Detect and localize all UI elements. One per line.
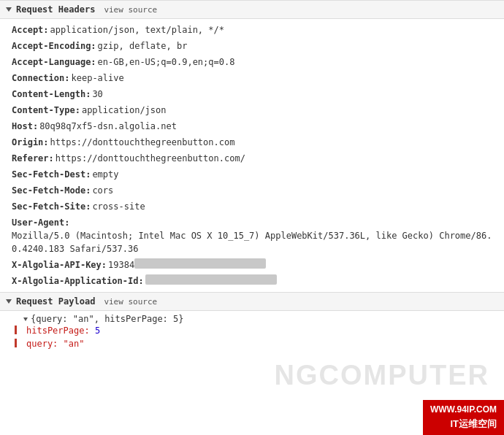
request-payload-header: Request Payload view source — [0, 292, 504, 311]
header-value: 30 — [92, 88, 102, 101]
header-value: https://donttouchthegreenbutton.com — [50, 136, 235, 149]
header-value: https://donttouchthegreenbutton.com/ — [56, 152, 245, 165]
collapse-triangle-icon[interactable] — [6, 7, 12, 12]
header-row: Content-Type:application/json — [12, 102, 492, 118]
header-row: Origin:https://donttouchthegreenbutton.c… — [12, 134, 492, 150]
header-name: User-Agent: — [12, 216, 69, 229]
header-row: Host:80q98q7xf5-dsn.algolia.net — [12, 118, 492, 134]
header-name: Accept: — [12, 23, 49, 36]
request-headers-section: Request Headers view source Accept:appli… — [0, 0, 504, 292]
payload-item-value: 5 — [95, 326, 100, 336]
payload-content: {query: "an", hitsPerPage: 5} hitsPerPag… — [0, 311, 504, 353]
redacted-value — [134, 258, 266, 269]
payload-item: hitsPerPage: 5 — [12, 324, 492, 337]
header-name: Content-Type: — [12, 104, 80, 117]
header-value: application/json — [82, 104, 167, 117]
header-row: Referer:https://donttouchthegreenbutton.… — [12, 150, 492, 166]
header-value: 19384 — [108, 258, 134, 272]
payload-items: hitsPerPage: 5query: "an" — [12, 324, 492, 350]
header-name: Accept-Encoding: — [12, 39, 96, 53]
header-value: Mozilla/5.0 (Macintosh; Intel Mac OS X 1… — [12, 229, 492, 255]
header-row: Accept:application/json, text/plain, */* — [12, 22, 492, 38]
header-row: X-Algolia-API-Key:19384 — [12, 257, 492, 273]
header-name: Sec-Fetch-Dest: — [12, 168, 91, 181]
header-name: Sec-Fetch-Mode: — [12, 184, 91, 197]
badge-line1: WWW.94IP.COM — [430, 403, 497, 417]
request-headers-table: Accept:application/json, text/plain, */*… — [0, 19, 504, 292]
payload-item-key: query: — [26, 339, 64, 349]
payload-item: query: "an" — [12, 337, 492, 350]
header-value: cors — [92, 184, 113, 197]
badge-line2: IT运维空间 — [430, 417, 497, 432]
request-payload-view-source[interactable]: view source — [104, 297, 157, 307]
header-name: Connection: — [12, 72, 69, 85]
header-name: Origin: — [12, 136, 49, 149]
payload-item-key: hitsPerPage: — [26, 326, 95, 336]
header-value: gzip, deflate, br — [98, 39, 188, 53]
request-headers-header: Request Headers view source — [0, 0, 504, 19]
request-payload-title: Request Payload — [16, 296, 95, 307]
payload-root-row: {query: "an", hitsPerPage: 5} — [12, 314, 492, 324]
request-headers-view-source[interactable]: view source — [104, 5, 157, 15]
red-badge: WWW.94IP.COM IT运维空间 — [423, 400, 504, 435]
header-name: Referer: — [12, 152, 54, 165]
header-row: Content-Length:30 — [12, 86, 492, 102]
watermark-text: NGCOMPUTER — [275, 360, 489, 391]
payload-root-text: {query: "an", hitsPerPage: 5} — [31, 314, 184, 324]
header-row: Accept-Language:en-GB,en-US;q=0.9,en;q=0… — [12, 54, 492, 70]
header-row: Sec-Fetch-Mode:cors — [12, 182, 492, 199]
header-name: X-Algolia-API-Key: — [12, 258, 107, 272]
payload-expand-icon[interactable] — [23, 317, 28, 321]
header-row: X-Algolia-Application-Id: — [12, 273, 492, 289]
header-value: en-GB,en-US;q=0.9,en;q=0.8 — [98, 55, 235, 69]
header-row: Accept-Encoding:gzip, deflate, br — [12, 38, 492, 54]
header-row: Sec-Fetch-Dest:empty — [12, 166, 492, 182]
header-name: Accept-Language: — [12, 55, 96, 69]
header-name: X-Algolia-Application-Id: — [12, 274, 144, 288]
header-value: cross-site — [92, 200, 145, 213]
header-value: 80q98q7xf5-dsn.algolia.net — [39, 120, 177, 133]
header-value: empty — [92, 168, 118, 181]
header-value: application/json, text/plain, */* — [50, 23, 224, 36]
header-name: Sec-Fetch-Site: — [12, 200, 91, 213]
payload-collapse-triangle-icon[interactable] — [6, 299, 12, 304]
header-name: Content-Length: — [12, 88, 91, 101]
redacted-value — [145, 274, 277, 285]
request-headers-title: Request Headers — [16, 4, 95, 15]
header-name: Host: — [12, 120, 38, 133]
request-payload-section: Request Payload view source {query: "an"… — [0, 292, 504, 353]
payload-item-value: "an" — [64, 339, 85, 349]
header-value: keep-alive — [71, 72, 123, 85]
header-row: Sec-Fetch-Site:cross-site — [12, 199, 492, 215]
header-row: User-Agent:Mozilla/5.0 (Macintosh; Intel… — [12, 215, 492, 257]
header-row: Connection:keep-alive — [12, 70, 492, 86]
